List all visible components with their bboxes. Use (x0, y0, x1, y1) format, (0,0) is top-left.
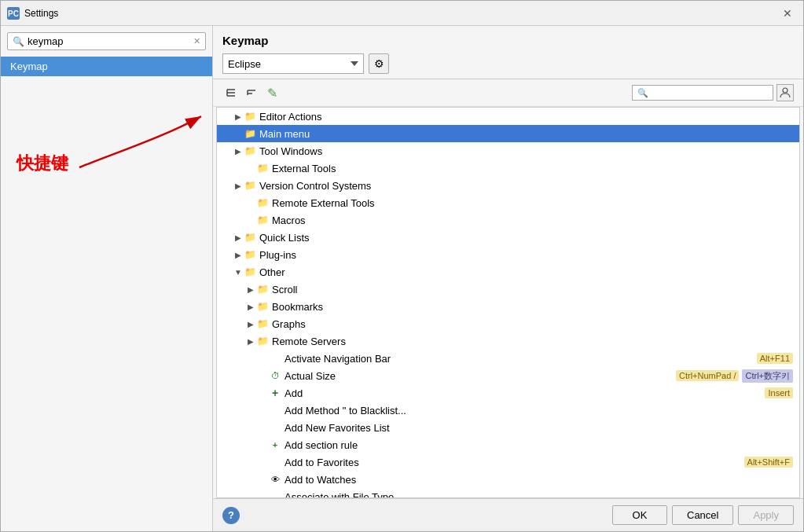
expand-all-button[interactable] (222, 84, 240, 101)
tree-item-external-tools[interactable]: 📁 External Tools (217, 160, 799, 177)
no-icon (269, 353, 281, 364)
title-bar: PC Settings ✕ (1, 1, 803, 26)
filter-search-icon: 🔍 (637, 88, 648, 98)
clock-icon: ⏱ (269, 370, 281, 381)
folder-icon: 📁 (244, 180, 256, 191)
item-label: Actual Size (285, 370, 336, 382)
folder-icon: 📁 (256, 318, 269, 329)
item-label: Activate Navigation Bar (285, 353, 391, 365)
sidebar-item-keymap[interactable]: Keymap (1, 57, 212, 76)
tree-item-remote-servers[interactable]: ▶ 📁 Remote Servers (217, 332, 799, 350)
expand-arrow: ▶ (233, 182, 244, 190)
expand-arrow: ▼ (233, 268, 244, 277)
tree-item-quick-lists[interactable]: ▶ 📁 Quick Lists (217, 229, 799, 246)
person-icon-button[interactable] (776, 84, 794, 101)
keymap-dropdown[interactable]: Eclipse Default NetBeans Emacs (222, 53, 364, 74)
folder-icon: 📁 (244, 266, 256, 277)
tree-item-plugins[interactable]: ▶ 📁 Plug-ins (217, 246, 799, 263)
tree-item-add-method-blacklist[interactable]: Add Method " to Blacklist... (217, 402, 799, 419)
main-title: Keymap (222, 34, 794, 47)
tree-item-other[interactable]: ▼ 📁 Other (217, 263, 799, 281)
keymap-selector-row: Eclipse Default NetBeans Emacs ⚙ (222, 53, 794, 74)
keymap-tree[interactable]: ▶ 📁 Editor Actions 📁 Main menu ▶ 📁 Tool … (216, 107, 800, 498)
expand-arrow: ▶ (233, 112, 244, 121)
folder-icon: 📁 (256, 301, 269, 312)
shortcut-badge: Alt+F11 (757, 353, 793, 364)
tree-item-remote-external-tools[interactable]: 📁 Remote External Tools (217, 194, 799, 211)
expand-arrow: ▶ (245, 303, 256, 311)
chinese-annotation: 快捷键 (17, 152, 68, 175)
expand-arrow: ▶ (245, 337, 256, 346)
apply-button[interactable]: Apply (738, 505, 794, 525)
edit-shortcut-button[interactable]: ✎ (263, 84, 281, 101)
tree-item-scroll[interactable]: ▶ 📁 Scroll (217, 281, 799, 298)
tree-item-add-section-rule[interactable]: + Add section rule (217, 436, 799, 453)
tree-item-associate-file-type[interactable]: Associate with File Type (217, 488, 799, 498)
no-icon (269, 491, 281, 498)
expand-arrow: ▶ (245, 320, 256, 328)
tree-item-add[interactable]: + Add Insert (217, 384, 799, 402)
folder-icon: 📁 (244, 128, 256, 139)
app-icon: PC (7, 7, 20, 20)
tree-item-editor-actions[interactable]: ▶ 📁 Editor Actions (217, 108, 799, 125)
item-label: Add section rule (285, 439, 358, 451)
tree-item-main-menu[interactable]: 📁 Main menu (217, 125, 799, 142)
search-clear-icon[interactable]: ✕ (193, 36, 200, 46)
svg-point-10 (783, 88, 787, 93)
help-button-area: ? (222, 507, 240, 524)
item-label: Associate with File Type (285, 491, 394, 499)
item-label: Editor Actions (259, 111, 322, 123)
item-label: Main menu (259, 128, 310, 140)
keymap-gear-button[interactable]: ⚙ (369, 53, 389, 74)
main-header: Keymap Eclipse Default NetBeans Emacs ⚙ (213, 26, 803, 79)
close-button[interactable]: ✕ (778, 4, 797, 23)
sidebar: 🔍 ✕ Keymap 快捷键 (1, 26, 213, 531)
window-title: Settings (24, 8, 778, 19)
shortcut-badge: Insert (765, 387, 793, 398)
item-label: Version Control Systems (259, 180, 371, 192)
item-label: Other (259, 266, 285, 278)
item-label: Quick Lists (259, 232, 310, 244)
tree-item-vcs[interactable]: ▶ 📁 Version Control Systems (217, 177, 799, 194)
tree-item-add-new-favorites-list[interactable]: Add New Favorites List (217, 419, 799, 436)
folder-icon: 📁 (256, 197, 269, 208)
item-label: Add to Favorites (285, 457, 359, 468)
sidebar-search-input[interactable] (28, 35, 193, 47)
tree-item-actual-size[interactable]: ⏱ Actual Size Ctrl+NumPad / Ctrl+数字키 (217, 367, 799, 384)
arrow-annotation (72, 105, 213, 178)
section-rule-icon: + (269, 439, 281, 450)
cancel-button[interactable]: Cancel (672, 505, 733, 525)
tree-item-graphs[interactable]: ▶ 📁 Graphs (217, 315, 799, 332)
plus-icon: + (269, 387, 281, 398)
tree-item-add-to-favorites[interactable]: Add to Favorites Alt+Shift+F (217, 453, 799, 471)
item-label: Remote External Tools (272, 197, 375, 209)
dialog-footer: ? OK Cancel Apply (213, 498, 803, 531)
tree-item-tool-windows[interactable]: ▶ 📁 Tool Windows (217, 142, 799, 160)
filter-search-box[interactable]: 🔍 (632, 85, 773, 101)
no-icon (269, 405, 281, 416)
expand-arrow: ▶ (233, 233, 244, 242)
item-label: Add Method " to Blacklist... (285, 405, 406, 416)
collapse-all-button[interactable] (243, 84, 260, 101)
filter-search-input[interactable] (651, 87, 753, 98)
item-label: Plug-ins (259, 249, 296, 261)
no-icon (269, 422, 281, 433)
ok-button[interactable]: OK (612, 505, 667, 525)
tree-item-macros[interactable]: 📁 Macros (217, 211, 799, 229)
folder-icon: 📁 (256, 336, 269, 347)
tree-item-bookmarks[interactable]: ▶ 📁 Bookmarks (217, 298, 799, 315)
item-label: Add to Watches (285, 474, 356, 486)
item-label: Add New Favorites List (285, 422, 390, 434)
folder-icon: 📁 (244, 145, 256, 156)
tree-item-add-to-watches[interactable]: 👁 Add to Watches (217, 471, 799, 488)
folder-icon: 📁 (244, 249, 256, 260)
tree-item-activate-nav-bar[interactable]: Activate Navigation Bar Alt+F11 (217, 350, 799, 367)
content-area: 🔍 ✕ Keymap 快捷键 (1, 26, 803, 531)
sidebar-search-box[interactable]: 🔍 ✕ (7, 32, 206, 50)
item-label: Scroll (272, 284, 298, 295)
help-button[interactable]: ? (222, 507, 240, 524)
expand-arrow: ▶ (233, 251, 244, 259)
shortcut-badge-alt: Ctrl+数字키 (742, 369, 793, 383)
item-label: External Tools (272, 163, 336, 174)
sidebar-item-keymap-label: Keymap (10, 61, 48, 72)
